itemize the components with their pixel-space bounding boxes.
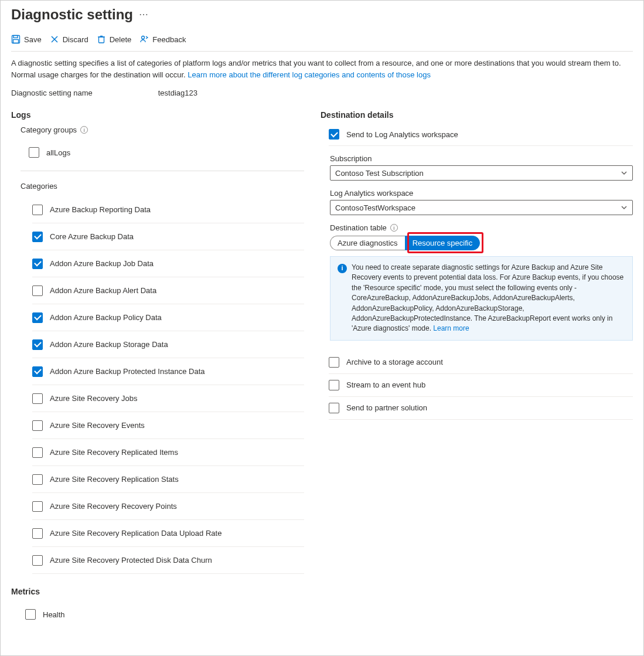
metric-label: Health <box>43 610 65 619</box>
metric-checkbox[interactable] <box>25 609 36 620</box>
metrics-heading: Metrics <box>11 587 304 596</box>
delete-button[interactable]: Delete <box>97 35 132 44</box>
feedback-label: Feedback <box>152 35 186 44</box>
feedback-icon <box>139 35 149 44</box>
setting-name-label: Diagnostic setting name <box>11 89 93 97</box>
info-icon[interactable]: i <box>80 126 88 134</box>
category-row: Addon Azure Backup Policy Data <box>32 304 304 331</box>
archive-checkbox[interactable] <box>329 357 339 368</box>
archive-label: Archive to a storage account <box>346 358 443 366</box>
chevron-down-icon <box>621 169 628 176</box>
workspace-value: ContosoTestWorkspace <box>335 203 415 212</box>
subscription-select[interactable]: Contoso Test Subscription <box>330 165 633 181</box>
workspace-select[interactable]: ContosoTestWorkspace <box>330 200 633 215</box>
info-learn-more-link[interactable]: Learn more <box>433 324 469 332</box>
category-checkbox[interactable] <box>32 447 43 458</box>
info-callout-icon: i <box>338 264 347 273</box>
dest-table-azure-diagnostics[interactable]: Azure diagnostics <box>330 236 405 250</box>
category-label: Azure Site Recovery Jobs <box>50 394 138 403</box>
category-checkbox[interactable] <box>32 312 43 323</box>
category-checkbox[interactable] <box>32 528 43 539</box>
metric-row: Health <box>25 601 304 628</box>
category-label: Azure Site Recovery Events <box>50 421 145 430</box>
discard-label: Discard <box>63 35 88 44</box>
logs-heading: Logs <box>11 110 304 120</box>
category-row: Azure Site Recovery Recovery Points <box>32 493 304 520</box>
category-row: Azure Site Recovery Jobs <box>32 385 304 412</box>
save-icon <box>11 35 21 44</box>
category-label: Azure Site Recovery Replication Data Upl… <box>50 529 222 538</box>
toolbar: Save Discard Delete Feedback <box>11 30 633 52</box>
save-label: Save <box>24 35 42 44</box>
categories-label: Categories <box>21 182 304 191</box>
category-checkbox[interactable] <box>32 474 43 485</box>
eventhub-checkbox[interactable] <box>329 380 339 390</box>
partner-label: Send to partner solution <box>346 403 427 412</box>
category-groups-label: Category groups <box>21 125 77 134</box>
setting-name-value[interactable]: testdiag123 <box>158 89 197 97</box>
category-label: Addon Azure Backup Alert Data <box>50 286 156 295</box>
category-checkbox[interactable] <box>32 501 43 512</box>
category-row: Addon Azure Backup Job Data <box>32 250 304 277</box>
category-label: Addon Azure Backup Storage Data <box>50 340 168 349</box>
category-row: Addon Azure Backup Protected Instance Da… <box>32 358 304 385</box>
workspace-label: Log Analytics workspace <box>330 189 633 198</box>
dest-table-label: Destination table <box>330 223 387 232</box>
partner-checkbox[interactable] <box>329 403 339 413</box>
category-checkbox[interactable] <box>32 555 43 566</box>
feedback-button[interactable]: Feedback <box>139 35 186 44</box>
destination-heading: Destination details <box>321 110 633 120</box>
discard-button[interactable]: Discard <box>50 35 88 44</box>
intro-text: A diagnostic setting specifies a list of… <box>11 57 633 80</box>
category-checkbox[interactable] <box>32 393 43 404</box>
info-callout-text: You need to create separate diagnostic s… <box>352 263 623 332</box>
svg-rect-2 <box>13 40 19 43</box>
save-button[interactable]: Save <box>11 35 42 44</box>
category-row: Addon Azure Backup Alert Data <box>32 277 304 304</box>
category-label: Azure Site Recovery Replicated Items <box>50 448 178 457</box>
category-label: Azure Site Recovery Protected Disk Data … <box>50 556 212 565</box>
category-label: Azure Site Recovery Replication Stats <box>50 475 179 484</box>
page-title: Diagnostic setting <box>11 6 133 23</box>
category-checkbox[interactable] <box>32 366 43 377</box>
category-checkbox[interactable] <box>32 339 43 350</box>
category-checkbox[interactable] <box>32 259 43 269</box>
category-row: Azure Site Recovery Replication Data Upl… <box>32 520 304 547</box>
category-row: Addon Azure Backup Storage Data <box>32 331 304 358</box>
subscription-label: Subscription <box>330 154 633 163</box>
category-checkbox[interactable] <box>32 420 43 431</box>
send-la-label: Send to Log Analytics workspace <box>346 130 458 139</box>
svg-rect-1 <box>13 36 18 38</box>
category-label: Azure Site Recovery Recovery Points <box>50 502 177 511</box>
category-row: Azure Site Recovery Replicated Items <box>32 439 304 466</box>
category-label: Addon Azure Backup Policy Data <box>50 313 162 322</box>
info-icon[interactable]: i <box>390 224 398 232</box>
alllogs-checkbox[interactable] <box>29 147 39 158</box>
delete-label: Delete <box>110 35 132 44</box>
svg-rect-5 <box>98 37 104 43</box>
category-label: Core Azure Backup Data <box>50 232 134 241</box>
category-label: Azure Backup Reporting Data <box>50 205 151 214</box>
category-row: Core Azure Backup Data <box>32 223 304 250</box>
chevron-down-icon <box>621 204 628 211</box>
alllogs-label: allLogs <box>46 148 70 157</box>
svg-point-8 <box>142 36 145 39</box>
eventhub-label: Stream to an event hub <box>346 380 425 389</box>
category-checkbox[interactable] <box>32 205 43 215</box>
category-row: Azure Site Recovery Events <box>32 412 304 439</box>
dest-table-resource-specific[interactable]: Resource specific <box>405 236 481 250</box>
intro-learn-more-link[interactable]: Learn more about the different log categ… <box>188 70 431 79</box>
send-la-checkbox[interactable] <box>329 129 339 140</box>
more-icon[interactable]: ⋯ <box>139 9 148 21</box>
subscription-value: Contoso Test Subscription <box>335 169 424 178</box>
category-row: Azure Backup Reporting Data <box>32 196 304 223</box>
category-row: Azure Site Recovery Replication Stats <box>32 466 304 493</box>
category-checkbox[interactable] <box>32 232 43 242</box>
category-label: Addon Azure Backup Job Data <box>50 259 154 268</box>
delete-icon <box>97 35 106 44</box>
discard-icon <box>50 35 59 44</box>
info-callout: i You need to create separate diagnostic… <box>330 256 633 341</box>
category-checkbox[interactable] <box>32 285 43 296</box>
category-label: Addon Azure Backup Protected Instance Da… <box>50 367 205 376</box>
category-row: Azure Site Recovery Protected Disk Data … <box>32 547 304 574</box>
